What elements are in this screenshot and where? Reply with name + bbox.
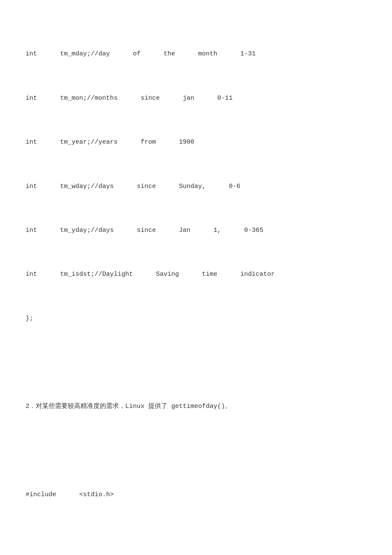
line6: int tm_isdst;//Daylight Saving time indi… [26, 267, 366, 281]
line10 [26, 444, 366, 458]
line9: 2．对某些需要较高精准度的需求，Linux 提供了 gettimeofday()… [26, 399, 366, 413]
line4: int tm_wday;//days since Sunday, 0-6 [26, 179, 366, 194]
line1: int tm_mday;//day of the month 1-31 [26, 47, 366, 61]
code-content: int tm_mday;//day of the month 1-31 int … [26, 17, 366, 555]
line5: int tm_yday;//days since Jan 1, 0-365 [26, 223, 366, 237]
line8 [26, 356, 366, 370]
line2: int tm_mon;//months since jan 0-11 [26, 91, 366, 105]
line12 [26, 532, 366, 546]
line7: }; [26, 312, 366, 326]
line11: #include <stdio.h> [26, 488, 366, 502]
line3: int tm_year;//years from 1900 [26, 135, 366, 149]
